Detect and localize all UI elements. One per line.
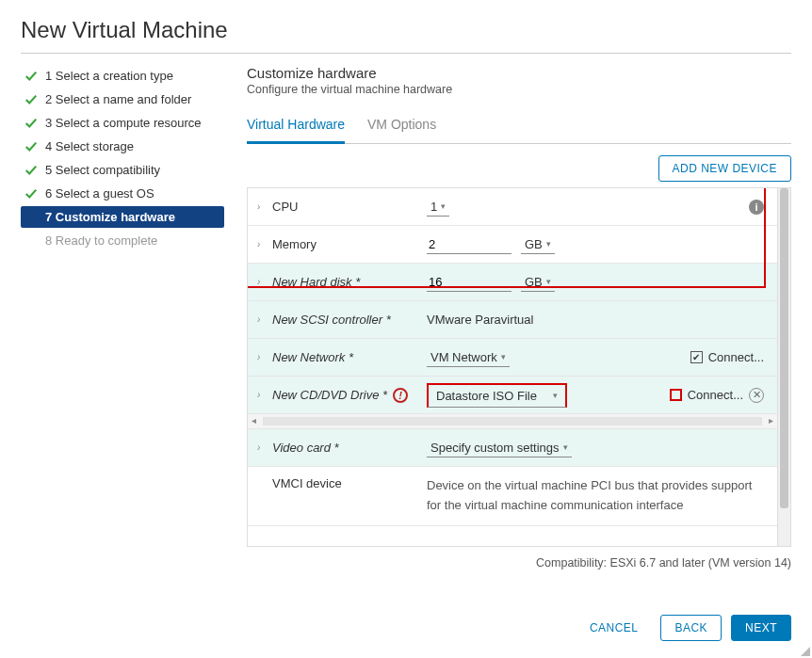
check-icon [24, 93, 38, 106]
step-1[interactable]: 1 Select a creation type [21, 65, 224, 87]
row-scsi: ›New SCSI controller * VMware Paravirtua… [248, 301, 777, 339]
step-2[interactable]: 2 Select a name and folder [21, 88, 224, 110]
wizard-steps: 1 Select a creation type 2 Select a name… [21, 65, 224, 570]
scsi-value: VMware Paravirtual [427, 313, 533, 327]
chevron-right-icon[interactable]: › [257, 442, 267, 453]
check-icon [24, 117, 38, 130]
disk-unit: GB [525, 275, 543, 289]
chevron-down-icon: ▾ [501, 352, 506, 361]
hardware-panel: ›CPU 1▾ i ›Memory GB▾ [247, 187, 791, 547]
network-connect-label: Connect... [708, 350, 764, 364]
vmci-value: Device on the virtual machine PCI bus th… [427, 476, 770, 516]
scroll-left-icon[interactable]: ◂ [252, 415, 256, 425]
disk-label: New Hard disk * [272, 275, 360, 289]
chevron-down-icon: ▾ [563, 442, 568, 452]
cpu-select[interactable]: 1▾ [427, 198, 449, 217]
check-icon [24, 187, 38, 201]
check-icon [24, 140, 38, 153]
chevron-right-icon[interactable]: › [257, 239, 267, 249]
cddvd-select[interactable]: Datastore ISO File▾ [427, 383, 567, 408]
check-icon [24, 164, 38, 177]
back-button[interactable]: BACK [660, 615, 722, 641]
memory-input[interactable] [427, 235, 512, 254]
scroll-thumb[interactable] [780, 188, 788, 508]
cddvd-value: Datastore ISO File [436, 389, 549, 403]
remove-icon[interactable]: ✕ [749, 388, 764, 403]
chevron-right-icon[interactable]: › [257, 201, 267, 212]
chevron-down-icon: ▾ [546, 277, 551, 286]
network-select[interactable]: VM Network▾ [427, 348, 510, 367]
step-label: 3 Select a compute resource [45, 116, 201, 130]
video-select[interactable]: Specify custom settings▾ [427, 439, 572, 457]
scroll-track[interactable] [263, 417, 762, 425]
step-label: 4 Select storage [45, 139, 134, 153]
cddvd-connect-label: Connect... [688, 388, 743, 402]
vertical-scrollbar[interactable] [777, 188, 790, 546]
row-vmci: VMCI device Device on the virtual machin… [248, 467, 777, 526]
memory-unit-select[interactable]: GB▾ [521, 235, 555, 254]
vmci-label: VMCI device [272, 476, 342, 490]
chevron-down-icon: ▾ [553, 391, 558, 400]
step-6[interactable]: 6 Select a guest OS [21, 183, 224, 204]
step-8: 8 Ready to complete [21, 230, 224, 251]
tab-virtual-hardware[interactable]: Virtual Hardware [247, 111, 345, 144]
chevron-right-icon[interactable]: › [257, 352, 267, 362]
scroll-right-icon[interactable]: ▸ [769, 415, 773, 425]
network-connect-checkbox[interactable] [690, 351, 703, 363]
step-label: 2 Select a name and folder [45, 92, 191, 106]
step-label: 8 Ready to complete [45, 233, 157, 248]
cddvd-connect-checkbox[interactable] [670, 389, 682, 401]
chevron-down-icon: ▾ [546, 239, 551, 249]
warning-icon: ! [393, 388, 408, 403]
add-new-device-button[interactable]: ADD NEW DEVICE [658, 155, 791, 182]
footer-buttons: CANCEL BACK NEXT [577, 615, 791, 641]
chevron-down-icon: ▾ [441, 201, 446, 211]
row-cpu: ›CPU 1▾ i [248, 188, 777, 226]
disk-unit-select[interactable]: GB▾ [521, 273, 555, 292]
cddvd-label: New CD/DVD Drive * [272, 388, 387, 402]
cpu-label: CPU [272, 200, 298, 214]
next-button[interactable]: NEXT [731, 615, 791, 641]
row-memory: ›Memory GB▾ [248, 226, 777, 264]
tabs: Virtual Hardware VM Options [247, 111, 791, 144]
section-desc: Configure the virtual machine hardware [247, 83, 791, 96]
row-cddvd: ›New CD/DVD Drive * ! Datastore ISO File… [248, 377, 777, 414]
step-3[interactable]: 3 Select a compute resource [21, 112, 224, 134]
compatibility-text: Compatibility: ESXi 6.7 and later (VM ve… [247, 556, 791, 570]
cancel-button[interactable]: CANCEL [577, 616, 652, 640]
tab-vm-options[interactable]: VM Options [367, 111, 436, 143]
horizontal-scrollbar[interactable]: ◂ ▸ [248, 414, 777, 429]
step-label: 7 Customize hardware [45, 210, 175, 224]
section-title: Customize hardware [247, 65, 791, 81]
memory-label: Memory [272, 237, 317, 251]
resize-grip-icon[interactable] [801, 647, 810, 656]
row-video: ›Video card * Specify custom settings▾ [248, 429, 777, 467]
chevron-right-icon[interactable]: › [257, 390, 267, 400]
chevron-right-icon[interactable]: › [257, 277, 267, 287]
step-label: 1 Select a creation type [45, 69, 173, 83]
dialog-title: New Virtual Machine [21, 17, 791, 43]
network-value: VM Network [430, 350, 497, 364]
step-label: 5 Select compatibility [45, 163, 160, 177]
video-value: Specify custom settings [430, 441, 560, 455]
step-7[interactable]: 7 Customize hardware [21, 206, 224, 228]
step-label: 6 Select a guest OS [45, 186, 154, 201]
scsi-label: New SCSI controller * [272, 313, 391, 327]
memory-unit: GB [525, 237, 543, 251]
cpu-value: 1 [430, 200, 437, 214]
row-hard-disk: ›New Hard disk * GB▾ [248, 264, 777, 301]
network-label: New Network * [272, 350, 353, 364]
check-icon [24, 70, 38, 83]
row-network: ›New Network * VM Network▾ Connect... [248, 339, 777, 377]
disk-size-input[interactable] [427, 273, 512, 292]
divider [21, 53, 791, 54]
info-icon[interactable]: i [749, 200, 764, 215]
chevron-right-icon[interactable]: › [257, 314, 267, 325]
step-4[interactable]: 4 Select storage [21, 136, 224, 157]
video-label: Video card * [272, 441, 339, 455]
step-5[interactable]: 5 Select compatibility [21, 159, 224, 181]
